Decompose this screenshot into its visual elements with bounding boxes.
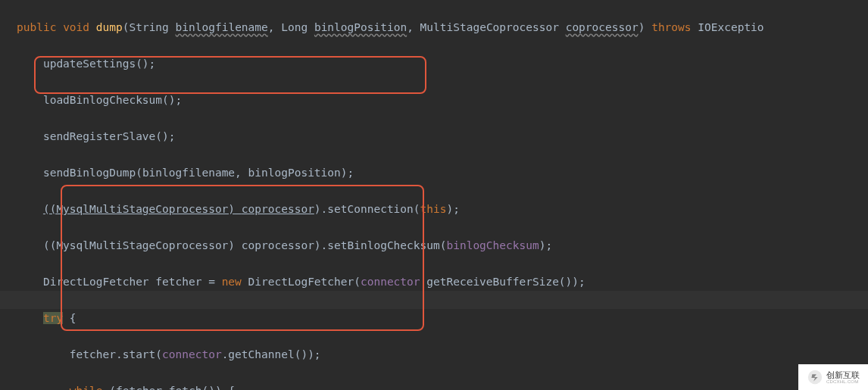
call: .getChannel()); [222, 348, 321, 360]
field: binlogChecksum [446, 239, 539, 251]
param-binlogposition: binlogPosition [314, 21, 407, 33]
watermark-text-cn: 创新互联 [826, 371, 860, 379]
code-line: updateSettings(); [17, 55, 868, 73]
param-coprocessor: coprocessor [566, 21, 639, 33]
keyword-new: new [222, 276, 242, 288]
code-editor[interactable]: public void dump(String binlogfilename, … [0, 0, 868, 390]
statement: loadBinlogChecksum(); [43, 94, 182, 106]
code-line: DirectLogFetcher fetcher = new DirectLog… [17, 273, 868, 291]
param-binlogfilename: binlogfilename [176, 21, 268, 33]
keyword-throws: throws [651, 21, 691, 33]
keyword-void: void [63, 21, 89, 33]
cond: (fetcher.fetch()) { [103, 385, 236, 390]
call: .getReceiveBufferSize()); [420, 276, 585, 288]
ctor: DirectLogFetcher( [242, 276, 361, 288]
keyword-try: try [43, 312, 63, 324]
method-name: dump [96, 21, 123, 33]
param-type: MultiStageCoprocessor [420, 21, 559, 33]
call: sendBinlogDump( [43, 167, 142, 179]
watermark-text-en: CDCXHL.COM [826, 379, 860, 384]
var: coprocessor [242, 203, 314, 215]
cast: ((MysqlMultiStageCoprocessor) [43, 203, 242, 215]
watermark-logo-icon [807, 369, 823, 385]
watermark: 创新互联 CDCXHL.COM [798, 364, 868, 390]
code-line: fetcher.start(connector.getChannel()); [17, 345, 868, 363]
code-line: ((MysqlMultiStageCoprocessor) coprocesso… [17, 200, 868, 218]
cast: ((MysqlMultiStageCoprocessor) [43, 239, 242, 251]
field: connector [361, 276, 420, 288]
exception-type: IOExceptio [698, 21, 763, 33]
statement: updateSettings(); [43, 58, 155, 70]
arg: binlogfilename [142, 167, 235, 179]
keyword-this: this [420, 203, 447, 215]
call: ).setConnection( [314, 203, 420, 215]
call: fetcher.start( [70, 348, 162, 360]
decl: DirectLogFetcher fetcher = [43, 276, 222, 288]
arg: binlogPosition [248, 167, 341, 179]
keyword-public: public [17, 21, 56, 33]
punct: ); [539, 239, 552, 251]
punct: , [235, 167, 248, 179]
code-line: ((MysqlMultiStageCoprocessor) coprocesso… [17, 236, 868, 254]
statement: sendRegisterSlave(); [43, 130, 176, 142]
field: connector [162, 348, 222, 360]
code-line: loadBinlogChecksum(); [17, 91, 868, 109]
code-line: public void dump(String binlogfilename, … [17, 18, 868, 36]
punct: ); [446, 203, 459, 215]
code-line: while (fetcher.fetch()) { [17, 382, 868, 390]
param-type: String [129, 21, 168, 33]
call: ).setBinlogChecksum( [314, 239, 447, 251]
keyword-while: while [70, 385, 103, 390]
var: coprocessor [242, 239, 314, 251]
brace: { [63, 312, 76, 324]
code-line: sendRegisterSlave(); [17, 127, 868, 145]
param-type: Long [281, 21, 308, 33]
punct: ); [341, 167, 354, 179]
code-line: sendBinlogDump(binlogfilename, binlogPos… [17, 164, 868, 182]
code-line: try { [17, 309, 868, 327]
